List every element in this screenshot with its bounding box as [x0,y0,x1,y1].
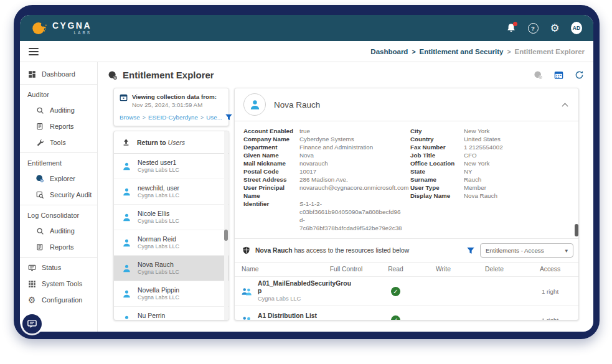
sidebar-item-tools[interactable]: Tools [20,134,97,151]
menu-bar: Dashboard > Entitlement and Security > E… [20,41,593,62]
read-granted-check-icon: ✓ [391,315,400,321]
attr-label: Identifier [243,200,299,232]
user-name: Nicole Ellis [138,210,179,218]
attr-value: S-1-1-2-c03bf3661b90405090a7a808becfd96d… [299,200,403,232]
sidebar-item-log-auditing[interactable]: Auditing [20,223,97,239]
collection-crumb-separator: > [200,114,204,121]
collection-crumb-users[interactable]: Use... [206,114,222,121]
resource-name: A1 Distribution List [258,312,352,320]
user-list-item[interactable]: Nu PerrinCygna Labs LLC [114,307,228,320]
settings-gear-icon[interactable]: ⚙ [549,22,560,34]
group-icon [241,287,253,296]
collection-crumb-domain[interactable]: ESEID-Cyberdyne [148,114,198,121]
breadcrumb-separator: > [507,48,511,55]
collection-crumb-browse[interactable]: Browse [120,114,140,121]
detail-scrollbar[interactable] [575,88,578,320]
main-panel: Entitlement Explorer [98,62,593,332]
user-name: Novella Pippin [138,286,179,294]
filter-funnel-icon[interactable] [225,113,233,121]
user-list-scrollbar[interactable] [224,131,228,320]
user-avatar[interactable]: AD [571,22,582,34]
user-list-scrollbar-thumb[interactable] [224,230,228,241]
collection-info-card: Viewing collection data from: Nov 25, 20… [113,88,229,126]
notification-badge [513,22,517,26]
column-header-write: Write [419,266,468,273]
breadcrumb-entitlement-security[interactable]: Entitlement and Security [420,48,504,55]
page-title-actions [533,70,585,80]
resource-row[interactable]: A01_MailEnabledSecurityGroup Cygna Labs … [235,276,578,306]
sidebar-section-entitlement: Entitlement [20,155,97,170]
user-list-item[interactable]: Novella PippinCygna Labs LLC [114,281,228,307]
user-list-item-selected[interactable]: Nova RauchCygna Labs LLC [114,256,228,281]
attr-label: City [410,127,464,135]
attr-label: Street Address [243,175,299,184]
user-name: Nova Rauch [138,261,179,269]
sidebar-item-label: Security Audit [50,191,92,198]
user-list-item[interactable]: newchild, userCygna Labs LLC [114,179,228,205]
user-list-item[interactable]: Norman ReidCygna Labs LLC [114,230,228,256]
feedback-chat-button[interactable] [22,314,42,334]
attr-label: Company Name [243,135,299,143]
breadcrumb-dashboard[interactable]: Dashboard [370,48,408,55]
attr-value: Nova Rauch [464,192,570,200]
attr-value: novarauch [299,159,403,167]
gear-glyph: ⚙ [550,23,559,34]
explorer-disabled-icon[interactable] [533,70,544,80]
attr-label: Given Name [243,151,299,159]
resources-table-header: Name Full Control Read Write Delete Acce… [235,262,578,276]
chevron-down-icon: ▾ [565,248,568,254]
sidebar-item-label: Auditing [50,106,75,114]
return-to-users-button[interactable]: Return to Users [114,131,228,154]
security-audit-icon [35,190,44,199]
attr-label: Account Enabled [243,127,299,135]
sidebar-item-auditing[interactable]: Auditing [20,102,97,118]
detail-attributes-right: CityNew York CountryUnited States Fax Nu… [410,127,570,232]
entitlements-access-dropdown[interactable]: Entitlements - Access ▾ [480,243,573,258]
user-org: Cygna Labs LLC [138,320,179,320]
calendar-icon[interactable] [553,70,564,80]
user-name: Nested user1 [138,159,179,167]
attr-label: State [410,167,464,175]
sidebar-item-security-audit[interactable]: Security Audit [20,187,97,203]
top-bar: CYGNA LABS ? [20,15,593,41]
attr-value: Member [464,184,570,192]
user-list-item[interactable]: Nicole EllisCygna Labs LLC [114,205,228,230]
breadcrumb-separator: > [412,48,415,55]
attr-value: Nova [299,151,403,159]
dropdown-value: Entitlements - Access [486,247,565,254]
detail-avatar [243,93,266,116]
system-tools-grid-icon [27,279,36,288]
sidebar-item-log-reports[interactable]: Reports [20,239,97,255]
avatar-initials: AD [571,22,582,34]
sidebar-item-label: Auditing [50,227,75,235]
user-person-icon [122,162,131,171]
attr-value: novarauch@cygnacore.onmicrosoft.com [299,184,408,200]
notifications-bell-icon[interactable] [506,22,517,34]
attr-value: New York [464,127,570,135]
sidebar-item-explorer[interactable]: Explorer [20,170,97,187]
viewing-collection-value: Nov 25, 2024, 3:01:59 AM [132,101,202,108]
hamburger-menu-icon[interactable] [29,48,39,55]
sidebar-item-dashboard[interactable]: Dashboard [20,66,97,82]
resources-filter-funnel-icon[interactable] [466,246,475,255]
sidebar-item-label: Status [42,264,61,271]
breadcrumb-current: Entitlement Explorer [515,48,585,55]
return-target: Users [168,139,185,146]
resource-row[interactable]: A1 Distribution List Cygna Labs LLC ✓ 1 … [235,306,578,320]
sidebar-item-label: Explorer [50,175,75,182]
search-icon [35,226,44,235]
resource-org: Cygna Labs LLC [258,296,352,302]
user-list-item[interactable]: Nested user1Cygna Labs LLC [114,154,228,179]
detail-scrollbar-thumb[interactable] [575,224,578,236]
app-shell: CYGNA LABS ? [20,15,593,332]
user-person-icon [122,238,131,248]
sidebar-item-reports[interactable]: Reports [20,118,97,134]
help-icon[interactable]: ? [527,22,539,34]
attr-label: Office Location [410,159,464,167]
refresh-icon[interactable] [574,70,585,80]
content-area: Dashboard Auditor Auditing Re [20,62,593,332]
sidebar-item-system-tools[interactable]: System Tools [20,276,97,292]
sidebar-item-configuration[interactable]: ⚙ Configuration [20,292,97,308]
sidebar-item-status[interactable]: Status [20,259,97,276]
collapse-chevron-icon[interactable] [563,101,567,108]
